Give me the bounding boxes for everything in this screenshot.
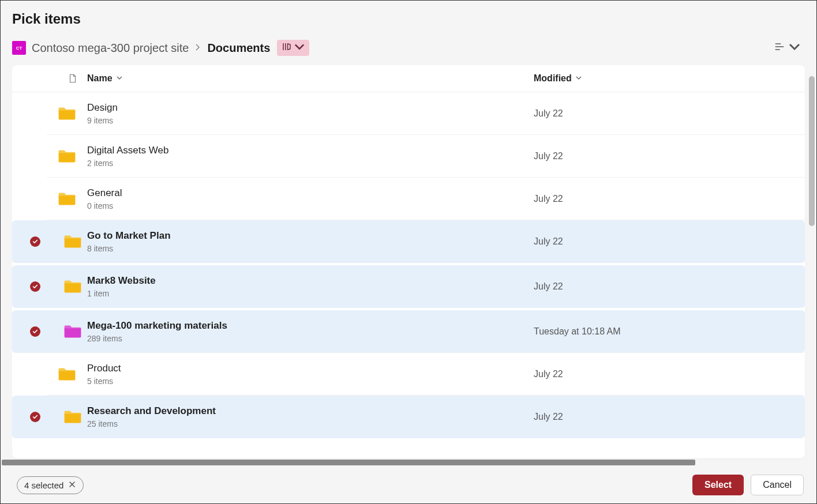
chevron-down-icon	[789, 41, 800, 55]
item-subtext: 289 items	[87, 334, 227, 343]
item-modified: July 22	[534, 412, 563, 422]
selection-count-pill: 4 selected	[17, 476, 84, 494]
chevron-down-icon	[116, 74, 123, 83]
folder-icon	[47, 366, 87, 382]
item-name: Design	[87, 101, 118, 114]
selected-check-icon[interactable]	[30, 412, 40, 422]
list-body[interactable]: Design 9 items July 22 Digital Assets We…	[12, 92, 805, 458]
item-modified: July 22	[534, 194, 563, 204]
horizontal-scrollbar[interactable]	[2, 460, 695, 465]
folder-icon	[47, 191, 87, 207]
item-name: General	[87, 187, 122, 200]
name-column-header[interactable]: Name	[87, 73, 534, 84]
item-modified: July 22	[534, 151, 563, 161]
list-item[interactable]: Digital Assets Web 2 items July 22	[12, 135, 805, 178]
breadcrumb-row: CT Contoso mega-300 project site Documen…	[1, 33, 816, 65]
item-name: Mega-100 marketing materials	[87, 319, 227, 332]
dialog-header: Pick items	[1, 1, 816, 33]
item-modified: July 22	[534, 281, 563, 292]
modified-column-header[interactable]: Modified	[534, 73, 805, 84]
selected-check-icon[interactable]	[30, 236, 40, 247]
item-subtext: 2 items	[87, 159, 168, 168]
dialog-footer: 4 selected Select Cancel	[1, 465, 816, 503]
item-modified: July 22	[534, 369, 563, 379]
selection-count-label: 4 selected	[24, 480, 63, 490]
folder-icon	[47, 148, 87, 164]
chevron-right-icon	[194, 43, 201, 53]
list-item[interactable]: Research and Development 25 items July 2…	[12, 396, 805, 438]
item-name: Digital Assets Web	[87, 144, 168, 157]
item-modified: July 22	[534, 108, 563, 119]
item-modified: July 22	[534, 236, 563, 247]
item-subtext: 25 items	[87, 419, 216, 428]
list-view-icon	[774, 41, 785, 55]
folder-icon	[58, 324, 87, 340]
library-type-badge[interactable]	[277, 40, 309, 56]
view-options-button[interactable]	[769, 39, 805, 57]
list-item[interactable]: Design 9 items July 22	[12, 92, 805, 135]
library-icon	[282, 42, 292, 54]
modified-column-label: Modified	[534, 73, 572, 84]
breadcrumb-site[interactable]: Contoso mega-300 project site	[32, 42, 189, 55]
item-modified: Tuesday at 10:18 AM	[534, 326, 621, 337]
select-button[interactable]: Select	[692, 475, 744, 495]
item-subtext: 9 items	[87, 116, 118, 125]
list-item[interactable]: Go to Market Plan 8 items July 22	[12, 220, 805, 263]
chevron-down-icon	[294, 42, 305, 54]
folder-icon	[47, 106, 87, 122]
item-subtext: 8 items	[87, 244, 171, 253]
dialog-title: Pick items	[12, 11, 805, 27]
selected-check-icon[interactable]	[30, 326, 40, 337]
folder-icon	[58, 234, 87, 250]
item-name: Go to Market Plan	[87, 230, 171, 242]
item-subtext: 0 items	[87, 201, 122, 210]
list-item[interactable]: Mark8 Website 1 item July 22	[12, 265, 805, 308]
folder-icon	[58, 279, 87, 295]
list-item[interactable]: General 0 items July 22	[12, 178, 805, 220]
site-logo: CT	[12, 41, 26, 55]
file-list: Name Modified Design 9 items July 22	[12, 65, 805, 458]
vertical-scrollbar[interactable]	[809, 76, 815, 226]
item-subtext: 5 items	[87, 377, 121, 386]
item-name: Research and Development	[87, 405, 216, 418]
item-name: Mark8 Website	[87, 274, 156, 287]
list-item[interactable]: Mega-100 marketing materials 289 items T…	[12, 310, 805, 353]
breadcrumb-current[interactable]: Documents	[207, 42, 270, 55]
selected-check-icon[interactable]	[30, 281, 40, 292]
chevron-down-icon	[575, 74, 582, 83]
clear-selection-button[interactable]	[68, 480, 76, 490]
file-type-column-icon[interactable]	[58, 73, 87, 84]
folder-icon	[58, 409, 87, 425]
list-header: Name Modified	[12, 65, 805, 92]
list-item[interactable]: Product 5 items July 22	[12, 353, 805, 396]
name-column-label: Name	[87, 73, 113, 84]
item-name: Product	[87, 362, 121, 375]
cancel-button[interactable]: Cancel	[751, 475, 804, 495]
item-subtext: 1 item	[87, 289, 156, 298]
